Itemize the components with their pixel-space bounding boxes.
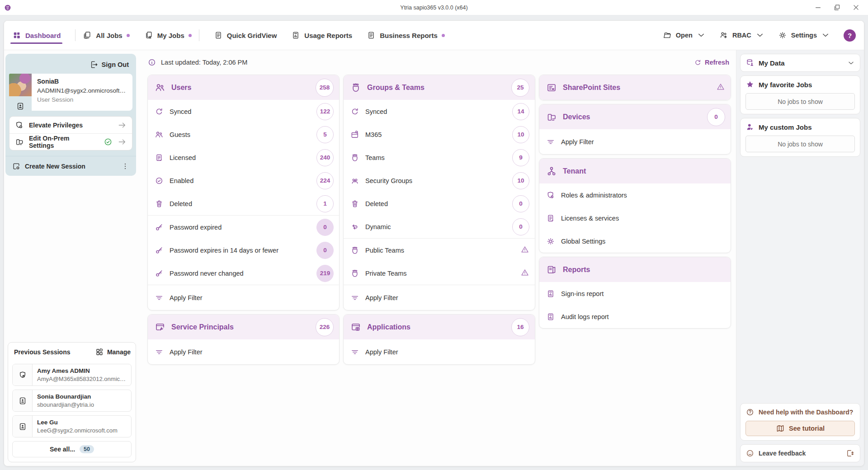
sharepoint-sites-card-header[interactable]: SharePoint Sites bbox=[539, 75, 731, 100]
tab-all-jobs[interactable]: All Jobs bbox=[81, 21, 131, 50]
dynamic-icon bbox=[350, 222, 359, 231]
create-session-label: Create New Session bbox=[25, 163, 85, 170]
tab-dashboard[interactable]: Dashboard bbox=[10, 21, 62, 50]
tenant-org-icon bbox=[546, 166, 557, 177]
sign-out-button[interactable]: Sign Out bbox=[9, 58, 132, 74]
see-all-label: See all... bbox=[50, 446, 75, 453]
help-button[interactable]: ? bbox=[844, 29, 856, 42]
stat-row-licensed[interactable]: Licensed 240 bbox=[148, 146, 339, 169]
rbac-menu-button[interactable]: RBAC bbox=[719, 31, 764, 40]
tenant-card-header[interactable]: Tenant bbox=[539, 159, 731, 183]
service-principals-apply-filter-button[interactable]: Apply Filter bbox=[148, 339, 339, 364]
gear-icon bbox=[546, 237, 555, 246]
stat-count-badge: 224 bbox=[316, 172, 334, 189]
service-principals-icon bbox=[155, 322, 165, 333]
my-data-header-card[interactable]: My Data bbox=[740, 54, 860, 72]
devices-count-badge: 0 bbox=[707, 108, 725, 126]
stat-row-security-groups[interactable]: Security Groups 10 bbox=[344, 169, 535, 192]
stat-row-password-never-changed[interactable]: Password never changed 219 bbox=[148, 262, 339, 285]
security-groups-icon bbox=[350, 176, 359, 185]
stat-row-m365[interactable]: M365 10 bbox=[344, 123, 535, 146]
devices-card-header[interactable]: Devices 0 bbox=[539, 104, 731, 129]
tab-quick-gridview[interactable]: Quick GridView bbox=[212, 21, 279, 50]
tenant-row-roles-administrators[interactable]: Roles & administrators bbox=[539, 183, 731, 207]
custom-jobs-title: My custom Jobs bbox=[759, 123, 812, 131]
report-doc-icon bbox=[546, 312, 555, 321]
stat-row-deleted[interactable]: Deleted 1 bbox=[148, 192, 339, 215]
session-name: Lee Gu bbox=[37, 419, 118, 426]
stat-row-deleted[interactable]: Deleted 0 bbox=[344, 192, 535, 215]
stat-row-dynamic[interactable]: Dynamic 0 bbox=[344, 215, 535, 238]
info-icon[interactable] bbox=[147, 58, 156, 67]
stat-row-synced[interactable]: Synced 14 bbox=[344, 100, 535, 123]
settings-menu-button[interactable]: Settings bbox=[778, 31, 830, 40]
users-apply-filter-button[interactable]: Apply Filter bbox=[148, 285, 339, 310]
create-new-session-button[interactable]: Create New Session bbox=[5, 156, 136, 176]
devices-card: Devices 0 Apply Filter bbox=[539, 104, 731, 155]
manage-sessions-button[interactable]: Manage bbox=[95, 348, 131, 357]
tab-usage-reports[interactable]: Usage Reports bbox=[289, 21, 354, 50]
service-principals-card-header[interactable]: Service Principals 226 bbox=[148, 315, 339, 339]
open-menu-button[interactable]: Open bbox=[663, 31, 706, 40]
stat-row-private-teams[interactable]: Private Teams bbox=[344, 262, 535, 285]
groups-teams-card-header[interactable]: Groups & Teams 25 bbox=[344, 75, 535, 100]
restore-icon[interactable] bbox=[829, 2, 844, 14]
chevron-down-icon[interactable] bbox=[847, 59, 855, 67]
elevate-privileges-button[interactable]: Elevate Privileges bbox=[9, 117, 132, 133]
see-tutorial-button[interactable]: See tutorial bbox=[745, 421, 855, 436]
open-folder-icon bbox=[663, 31, 672, 40]
card-title: Devices bbox=[563, 113, 590, 121]
stat-row-password-expired[interactable]: Password expired 0 bbox=[148, 216, 339, 239]
dashboard-main: Last updated: Today, 2:06 PM Refresh Use… bbox=[138, 50, 736, 466]
users-card-header[interactable]: Users 258 bbox=[148, 75, 339, 100]
stat-count-badge: 0 bbox=[512, 195, 529, 212]
tenant-row-licenses-services[interactable]: Licenses & services bbox=[539, 207, 731, 230]
tab-business-reports[interactable]: Business Reports bbox=[365, 21, 447, 50]
previous-session-item[interactable]: Lee Gu LeeG@sygx2.onmicrosoft.com bbox=[12, 415, 132, 437]
star-icon bbox=[745, 80, 755, 89]
tenant-card: Tenant Roles & administrators Licenses &… bbox=[539, 158, 731, 253]
previous-sessions-title: Previous Sessions bbox=[14, 348, 71, 356]
reports-card: Reports Sign-ins report Audit logs repor… bbox=[539, 257, 731, 329]
green-check-icon bbox=[104, 137, 113, 146]
session-email: sbounardjian@ytria.io bbox=[37, 401, 94, 408]
stat-row-guests[interactable]: Guests 5 bbox=[148, 123, 339, 146]
edit-onprem-settings-button[interactable]: Edit On-Prem Settings bbox=[9, 133, 132, 150]
app-shell: Dashboard All Jobs My Jobs Quick GridVie… bbox=[4, 20, 864, 466]
applications-apply-filter-button[interactable]: Apply Filter bbox=[344, 339, 535, 364]
session-email: AmyA@M365x85832012.onmicros... bbox=[37, 376, 127, 382]
devices-apply-filter-button[interactable]: Apply Filter bbox=[539, 129, 731, 154]
expand-panel-icon[interactable] bbox=[846, 449, 855, 458]
tab-my-jobs[interactable]: My Jobs bbox=[142, 21, 193, 50]
stat-row-synced[interactable]: Synced 122 bbox=[148, 100, 339, 123]
previous-session-item[interactable]: Sonia Bounardjian sbounardjian@ytria.io bbox=[12, 390, 132, 412]
tenant-row-global-settings[interactable]: Global Settings bbox=[539, 230, 731, 253]
groups-teams-card: Groups & Teams 25 Synced 14 M365 10 bbox=[343, 75, 535, 310]
reports-row-audit-logs[interactable]: Audit logs report bbox=[539, 305, 731, 328]
previous-session-item[interactable]: Amy Ames ADMIN AmyA@M365x85832012.onmicr… bbox=[12, 364, 132, 386]
nav-separator bbox=[199, 29, 199, 41]
card-title: Service Principals bbox=[171, 323, 234, 331]
groups-apply-filter-button[interactable]: Apply Filter bbox=[344, 285, 535, 310]
card-title: SharePoint Sites bbox=[563, 84, 620, 92]
stat-row-password-expires-soon[interactable]: Password expires in 14 days or fewer 0 bbox=[148, 239, 339, 262]
reports-card-header[interactable]: Reports bbox=[539, 257, 731, 282]
leave-feedback-card[interactable]: Leave feedback bbox=[740, 444, 860, 462]
minimize-icon[interactable] bbox=[810, 2, 826, 14]
kebab-menu-icon[interactable] bbox=[121, 162, 130, 171]
reports-row-sign-ins[interactable]: Sign-ins report bbox=[539, 282, 731, 305]
see-all-sessions-button[interactable]: See all... 50 bbox=[12, 441, 132, 457]
user-email: AADMIN1@sygx2.onmicrosoft.com bbox=[37, 87, 127, 94]
manage-grid-icon bbox=[95, 348, 104, 357]
warning-icon bbox=[520, 268, 529, 278]
applications-card-header[interactable]: Applications 16 bbox=[344, 315, 535, 339]
stat-row-public-teams[interactable]: Public Teams bbox=[344, 239, 535, 262]
shield-plus-icon bbox=[15, 121, 24, 130]
stat-row-teams[interactable]: Teams 9 bbox=[344, 146, 535, 169]
stat-label: Deleted bbox=[170, 200, 192, 207]
refresh-button[interactable]: Refresh bbox=[694, 59, 729, 66]
user-name: SoniaB bbox=[37, 78, 127, 85]
stat-row-enabled[interactable]: Enabled 224 bbox=[148, 169, 339, 192]
stat-label: Licensed bbox=[170, 154, 196, 161]
close-icon[interactable] bbox=[848, 2, 863, 14]
